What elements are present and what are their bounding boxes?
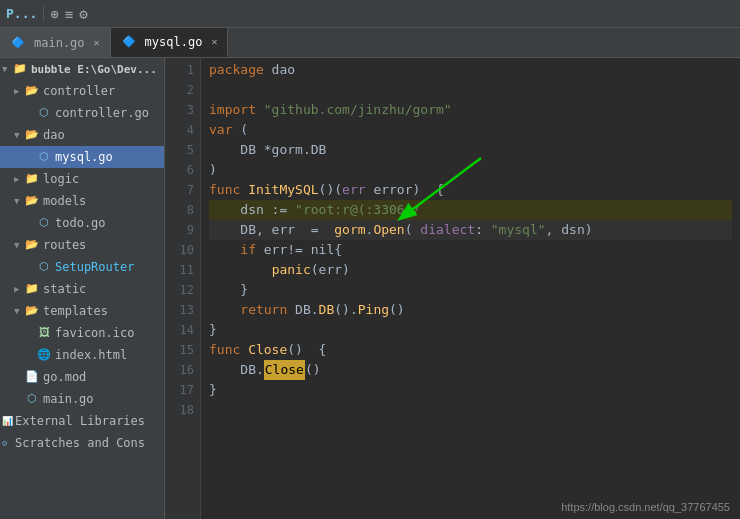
code-line-7: func InitMySQL()(err error) { xyxy=(209,180,732,200)
sidebar-item-label: static xyxy=(43,282,86,296)
go-icon: ⬡ xyxy=(36,149,52,165)
sidebar-item-logic-folder[interactable]: ▶ 📁 logic xyxy=(0,168,164,190)
folder-icon: 📂 xyxy=(24,127,40,143)
list-icon[interactable]: ≡ xyxy=(65,6,73,22)
sidebar-item-label: controller xyxy=(43,84,115,98)
line-num-13: 13 xyxy=(165,300,194,320)
sidebar-item-label: mysql.go xyxy=(55,150,113,164)
sidebar-item-label: main.go xyxy=(43,392,94,406)
sidebar-item-todo-go[interactable]: ⬡ todo.go xyxy=(0,212,164,234)
code-line-12: } xyxy=(209,280,732,300)
chevron-right-icon: ▶ xyxy=(14,174,24,184)
chevron-down-icon: ▼ xyxy=(14,130,24,140)
line-num-14: 14 xyxy=(165,320,194,340)
toolbar-divider xyxy=(43,6,44,22)
line-num-16: 16 xyxy=(165,360,194,380)
sidebar-root[interactable]: ▼ 📁 bubble E:\Go\Dev... xyxy=(0,58,164,80)
tab-mysql-go[interactable]: 🔷 mysql.go ✕ xyxy=(111,28,229,57)
line-num-6: 6 xyxy=(165,160,194,180)
sidebar-item-setup-router[interactable]: ⬡ SetupRouter xyxy=(0,256,164,278)
line-num-18: 18 xyxy=(165,400,194,420)
code-line-9: DB, err = gorm.Open( dialect: "mysql", d… xyxy=(209,220,732,240)
sidebar-item-go-mod[interactable]: 📄 go.mod xyxy=(0,366,164,388)
sidebar-item-mysql-go[interactable]: ⬡ mysql.go xyxy=(0,146,164,168)
sidebar-item-templates-folder[interactable]: ▼ 📂 templates xyxy=(0,300,164,322)
sidebar-item-label: models xyxy=(43,194,86,208)
code-line-15: func Close() { xyxy=(209,340,732,360)
sidebar-item-label: logic xyxy=(43,172,79,186)
chevron-down-icon: ▼ xyxy=(14,306,24,316)
tab-close-icon[interactable]: ✕ xyxy=(94,37,100,48)
sidebar-item-main-go[interactable]: ⬡ main.go xyxy=(0,388,164,410)
ico-icon: 🖼 xyxy=(36,325,52,341)
sidebar-item-dao-folder[interactable]: ▼ 📂 dao xyxy=(0,124,164,146)
line-num-2: 2 xyxy=(165,80,194,100)
bar-chart-icon: 📊 xyxy=(2,416,12,426)
tabbar: 🔷 main.go ✕ 🔷 mysql.go ✕ xyxy=(0,28,740,58)
toolbar: P... ⊕ ≡ ⚙ xyxy=(0,0,740,28)
go-icon: ⬡ xyxy=(36,259,52,275)
sidebar-item-index-html[interactable]: 🌐 index.html xyxy=(0,344,164,366)
folder-icon: 📂 xyxy=(24,303,40,319)
sidebar-item-controller-go[interactable]: ⬡ controller.go xyxy=(0,102,164,124)
scratch-icon: ⚙ xyxy=(2,438,12,448)
line-num-11: 11 xyxy=(165,260,194,280)
tab-label: mysql.go xyxy=(145,35,203,49)
sidebar-item-label: index.html xyxy=(55,348,127,362)
chevron-down-icon: ▼ xyxy=(14,240,24,250)
line-num-12: 12 xyxy=(165,280,194,300)
line-num-8: 8 xyxy=(165,200,194,220)
sidebar-item-label: SetupRouter xyxy=(55,260,134,274)
sidebar: ▼ 📁 bubble E:\Go\Dev... ▶ 📂 controller ⬡… xyxy=(0,58,165,519)
line-num-17: 17 xyxy=(165,380,194,400)
settings-icon[interactable]: ⚙ xyxy=(79,6,87,22)
sidebar-item-label: go.mod xyxy=(43,370,86,384)
code-content[interactable]: package dao import "github.com/jinzhu/go… xyxy=(201,58,740,519)
code-line-5: DB *gorm.DB xyxy=(209,140,732,160)
code-area: 1 2 3 4 5 6 7 8 9 10 11 12 13 14 15 16 1… xyxy=(165,58,740,519)
sidebar-item-label: Scratches and Cons xyxy=(15,436,145,450)
chevron-down-icon: ▼ xyxy=(2,64,12,74)
chevron-down-icon: ▼ xyxy=(14,196,24,206)
html-icon: 🌐 xyxy=(36,347,52,363)
go-icon: ⬡ xyxy=(24,391,40,407)
folder-icon: 📂 xyxy=(24,83,40,99)
sidebar-root-label: bubble E:\Go\Dev... xyxy=(31,63,157,76)
chevron-right-icon: ▶ xyxy=(14,284,24,294)
sidebar-item-static-folder[interactable]: ▶ 📁 static xyxy=(0,278,164,300)
mod-icon: 📄 xyxy=(24,369,40,385)
tab-close-icon[interactable]: ✕ xyxy=(211,36,217,47)
chevron-right-icon: ▶ xyxy=(14,86,24,96)
code-line-13: return DB.DB().Ping() xyxy=(209,300,732,320)
sidebar-item-scratches[interactable]: ⚙ Scratches and Cons xyxy=(0,432,164,454)
code-line-3: import "github.com/jinzhu/gorm" xyxy=(209,100,732,120)
sidebar-item-label: templates xyxy=(43,304,108,318)
folder-icon: 📁 xyxy=(24,281,40,297)
tab-main-go[interactable]: 🔷 main.go ✕ xyxy=(0,28,111,57)
line-num-7: 7 xyxy=(165,180,194,200)
sidebar-item-models-folder[interactable]: ▼ 📂 models xyxy=(0,190,164,212)
sidebar-item-favicon-ico[interactable]: 🖼 favicon.ico xyxy=(0,322,164,344)
sidebar-item-routes-folder[interactable]: ▼ 📂 routes xyxy=(0,234,164,256)
sidebar-item-controller-folder[interactable]: ▶ 📂 controller xyxy=(0,80,164,102)
code-line-8: dsn := "root:r​​​​​​@(​​​​​​​​​​​​:3306)… xyxy=(209,200,732,220)
add-icon[interactable]: ⊕ xyxy=(50,6,58,22)
sidebar-item-external-libs[interactable]: 📊 External Libraries xyxy=(0,410,164,432)
code-line-11: panic(err) xyxy=(209,260,732,280)
sidebar-item-label: routes xyxy=(43,238,86,252)
code-line-16: DB.Close() xyxy=(209,360,732,380)
watermark: https://blog.csdn.net/qq_37767455 xyxy=(561,501,730,513)
go-icon: ⬡ xyxy=(36,215,52,231)
go-icon: ⬡ xyxy=(36,105,52,121)
tab-label: main.go xyxy=(34,36,85,50)
code-line-2 xyxy=(209,80,732,100)
line-num-15: 15 xyxy=(165,340,194,360)
code-line-10: if err!= nil{ xyxy=(209,240,732,260)
code-line-18 xyxy=(209,400,732,420)
code-line-14: } xyxy=(209,320,732,340)
go-file-icon: 🔷 xyxy=(10,35,26,51)
folder-icon: 📁 xyxy=(24,171,40,187)
code-line-1: package dao xyxy=(209,60,732,80)
sidebar-item-label: dao xyxy=(43,128,65,142)
folder-icon: 📂 xyxy=(24,237,40,253)
